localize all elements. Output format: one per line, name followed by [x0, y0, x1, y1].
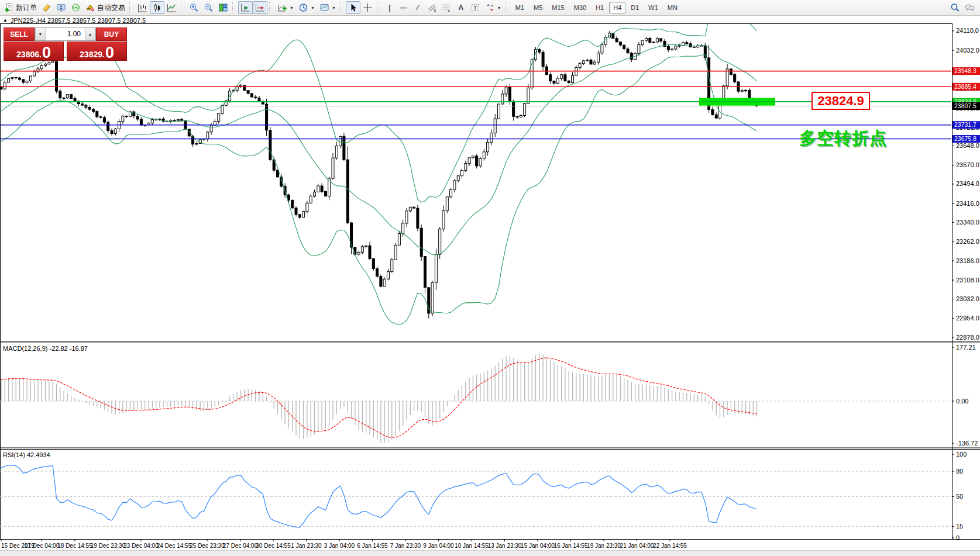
- toolbar-grip: [377, 2, 381, 13]
- line-chart-button[interactable]: [164, 1, 179, 14]
- chat-icon[interactable]: [965, 3, 975, 12]
- time-tick-label: 13 Jan 23:30: [488, 543, 522, 549]
- svg-text:F: F: [448, 9, 450, 13]
- tile-windows-button[interactable]: [216, 1, 231, 14]
- crosshair-tool-button[interactable]: [360, 1, 375, 14]
- price-annotation-box[interactable]: 23824.9: [811, 92, 870, 110]
- one-click-trade-panel: SELL ▼ 1.00 ▲ BUY 23806. 0 23829. 0: [4, 27, 127, 61]
- main-toolbar: 新订单 自动交易: [0, 0, 980, 16]
- price-tick-label: 23032.0: [956, 295, 979, 302]
- sell-button[interactable]: SELL: [4, 27, 35, 41]
- time-tick-label: 17 Dec 04:00: [25, 543, 60, 549]
- candlestick-chart-icon: [152, 3, 162, 12]
- expert-advisor-hat-icon: [85, 3, 95, 12]
- market-watch-button[interactable]: [39, 1, 54, 14]
- time-tick-label: 15 Jan 04:00: [521, 543, 555, 549]
- dropdown-caret-icon: ▼: [290, 6, 294, 10]
- text-label-tool-button[interactable]: T: [468, 1, 483, 14]
- buy-price-display[interactable]: 23829. 0: [67, 42, 127, 61]
- zoom-out-button[interactable]: [201, 1, 216, 14]
- candlestick-chart-button[interactable]: [150, 1, 164, 14]
- line-chart-icon: [167, 3, 177, 12]
- periods-button[interactable]: ▼: [296, 1, 317, 14]
- trendline-icon: ∕: [414, 4, 422, 12]
- search-icon[interactable]: [950, 3, 960, 12]
- status-strip: [0, 550, 980, 556]
- broadcast-icon: [71, 3, 81, 12]
- horizontal-line-tool-button[interactable]: —: [397, 1, 411, 14]
- toolbar-grip: [232, 2, 236, 13]
- time-tick-label: 27 Dec 04:00: [223, 543, 258, 549]
- time-tick-label: 30 Dec 14:55: [256, 543, 291, 549]
- trendline-tool-button[interactable]: ∕: [411, 1, 425, 14]
- price-line-badge: 23731.7: [954, 121, 976, 128]
- auto-trading-button[interactable]: 自动交易: [83, 1, 128, 14]
- timeframe-m15-button[interactable]: M15: [548, 2, 568, 13]
- price-line-badge: 23885.4: [954, 83, 976, 90]
- zoom-out-icon: [204, 3, 214, 12]
- data-window-button[interactable]: [54, 1, 68, 14]
- timeframe-d1-button[interactable]: D1: [627, 2, 643, 13]
- dropdown-caret-icon: ▼: [332, 6, 336, 10]
- time-tick-label: 7 Jan 23:30: [390, 543, 421, 549]
- toolbar-grip: [181, 2, 185, 13]
- timeframe-h1-button[interactable]: H1: [592, 2, 608, 13]
- templates-button[interactable]: ▼: [317, 1, 338, 14]
- new-order-icon: [4, 3, 14, 12]
- timeframe-mn-button[interactable]: MN: [663, 2, 682, 13]
- price-tick-label: 23648.0: [956, 142, 979, 149]
- equidistant-channel-icon: E: [427, 3, 437, 12]
- indicators-button[interactable]: ▼: [275, 1, 296, 14]
- volume-value[interactable]: 1.00: [46, 28, 85, 40]
- volume-up-button[interactable]: ▲: [85, 28, 95, 40]
- rsi-tick-label: 15: [956, 523, 963, 530]
- new-order-button[interactable]: 新订单: [2, 1, 39, 14]
- price-tick-label: 22954.0: [956, 315, 979, 322]
- collapse-trade-panel-arrow[interactable]: ▲: [3, 18, 8, 23]
- price-tick-label: 23262.0: [956, 238, 979, 245]
- vertical-line-tool-button[interactable]: |: [383, 1, 397, 14]
- buy-button[interactable]: BUY: [96, 27, 127, 41]
- tile-windows-icon: [218, 3, 228, 12]
- price-line-badge: 23948.3: [954, 67, 976, 74]
- volume-stepper: ▼ 1.00 ▲: [35, 27, 96, 41]
- time-tick-label: 18 Dec 14:55: [57, 543, 92, 549]
- rsi-tick-label: 100: [956, 451, 967, 458]
- timeframe-toolbar: M1M5M15M30H1H4D1W1MN: [511, 2, 682, 13]
- rsi-label: RSI(14) 42.4934: [3, 451, 50, 458]
- arrows-tool-button[interactable]: ▼: [483, 1, 504, 14]
- price-tick-label: 23108.0: [956, 277, 979, 284]
- cursor-tool-button[interactable]: [346, 1, 360, 14]
- timeframe-m30-button[interactable]: M30: [570, 2, 590, 13]
- chart-shift-icon: [255, 3, 265, 12]
- channel-tool-button[interactable]: E: [425, 1, 439, 14]
- price-tick-label: 23340.0: [956, 219, 979, 226]
- turning-point-note[interactable]: 多空转折点: [799, 127, 887, 150]
- time-tick-label: 25 Dec 23:30: [190, 543, 225, 549]
- signals-button[interactable]: [68, 1, 83, 14]
- vertical-line-icon: |: [386, 4, 394, 12]
- timeframe-w1-button[interactable]: W1: [644, 2, 662, 13]
- zoom-in-button[interactable]: [187, 1, 201, 14]
- chart-shift-button[interactable]: [253, 1, 267, 14]
- price-tick-label: 23416.0: [956, 200, 979, 207]
- macd-tick-label: 177.21: [956, 344, 976, 351]
- bar-chart-button[interactable]: [135, 1, 150, 14]
- fibonacci-tool-button[interactable]: F: [439, 1, 454, 14]
- symbol-ohlc-text: JPN225-,H4 23857.5 23857.5 23807.5 23807…: [11, 17, 146, 24]
- time-tick-label: 19 Jan 23:30: [587, 543, 621, 549]
- timeframe-h4-button[interactable]: H4: [609, 2, 625, 13]
- macd-tick-label: 0.00: [956, 398, 968, 405]
- buy-price-big-digit: 0: [105, 46, 114, 59]
- monitor-user-icon: [56, 3, 66, 12]
- timeframe-m1-button[interactable]: M1: [511, 2, 528, 13]
- timeframe-m5-button[interactable]: M5: [529, 2, 546, 13]
- sell-price-display[interactable]: 23806. 0: [4, 42, 64, 61]
- text-tool-button[interactable]: A: [454, 1, 468, 14]
- text-icon: A: [457, 4, 465, 12]
- volume-down-button[interactable]: ▼: [35, 28, 46, 40]
- time-tick-label: 10 Jan 14:55: [455, 543, 489, 549]
- crosshair-icon: [363, 3, 373, 12]
- macd-tick-label: -136.72: [956, 440, 978, 447]
- auto-scroll-button[interactable]: [238, 1, 253, 14]
